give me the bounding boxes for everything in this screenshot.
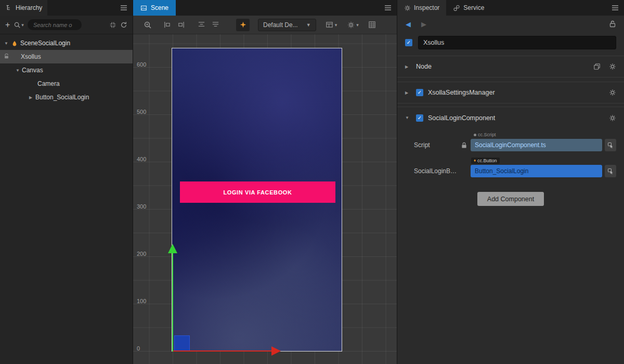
- tree-item-label: Button_SocialLogin: [35, 94, 89, 101]
- scene-tab-label: Scene: [151, 4, 168, 11]
- scene-settings-dropdown[interactable]: ▾: [347, 21, 359, 29]
- history-back-icon[interactable]: ◀: [406, 20, 411, 28]
- tree-item-scene[interactable]: ▼ SceneSocialLogin: [0, 36, 133, 50]
- refresh-icon[interactable]: [120, 21, 127, 29]
- component-name-label: XsollaSettingsManager: [428, 89, 495, 96]
- scene-menu-icon[interactable]: [379, 5, 397, 11]
- collapsed-arrow-icon[interactable]: ▶: [29, 95, 35, 100]
- button-picker-button[interactable]: [605, 165, 616, 177]
- tree-item-label: Camera: [37, 80, 60, 87]
- tree-item-label: Xsollus: [21, 53, 41, 60]
- scene-tabbar: Scene: [133, 0, 397, 16]
- hierarchy-search-box[interactable]: [28, 19, 82, 30]
- tree-item-camera[interactable]: Camera: [0, 77, 133, 90]
- ruler-label: 200: [137, 251, 146, 257]
- ruler-label: 500: [137, 109, 146, 115]
- script-reference-field[interactable]: SocialLoginComponent.ts: [471, 139, 602, 151]
- origin-node-gizmo[interactable]: [174, 335, 190, 351]
- hierarchy-panel: Hierarchy + ▾ ▼ SceneSocialLogin: [0, 0, 133, 364]
- login-facebook-button[interactable]: LOGIN VIA FACEBOOK: [180, 181, 335, 203]
- inspector-gear-icon: [404, 5, 411, 11]
- tree-item-label: Canvas: [22, 67, 43, 74]
- grid-view-icon[interactable]: [368, 21, 376, 29]
- axis-y-gizmo[interactable]: [172, 253, 173, 352]
- search-filter-caret-icon: ▾: [21, 22, 24, 28]
- add-component-button[interactable]: Add Component: [477, 192, 544, 206]
- align-bottom-icon[interactable]: [212, 21, 219, 29]
- collapsed-arrow-icon[interactable]: ▶: [405, 64, 411, 69]
- ruler-label: 600: [137, 61, 146, 68]
- hierarchy-menu-icon[interactable]: [115, 5, 133, 11]
- scene-canvas[interactable]: 600 500 400 300 200 100 0 LOGIN VIA FACE…: [133, 34, 397, 364]
- search-filter-icon[interactable]: ▾: [14, 21, 24, 29]
- inspector-panel: Inspector Service ◀ ▶ ✓ ▶ Node: [397, 0, 624, 364]
- game-viewport[interactable]: LOGIN VIA FACEBOOK: [172, 48, 342, 352]
- component-name-label: SocialLoginComponent: [428, 114, 495, 122]
- hierarchy-tree: ▼ SceneSocialLogin Xsollus ▼ Canvas Came…: [0, 34, 133, 364]
- align-left-icon[interactable]: [163, 21, 171, 29]
- node-active-checkbox[interactable]: ✓: [405, 39, 412, 46]
- script-picker-button[interactable]: [605, 139, 616, 151]
- service-tab-label: Service: [463, 4, 484, 11]
- hierarchy-toolbar: + ▾: [0, 16, 133, 34]
- expand-arrow-icon[interactable]: ▼: [4, 41, 10, 46]
- scene-tab-icon: [140, 5, 147, 11]
- section-node[interactable]: ▶ Node: [397, 56, 624, 77]
- copy-node-icon[interactable]: [593, 63, 601, 70]
- button-type-tag: ♦ cc.Button: [471, 158, 500, 164]
- preview-device-dropdown[interactable]: Default De... ▼: [258, 19, 316, 31]
- tab-scene[interactable]: Scene: [133, 0, 176, 16]
- axis-y-arrowhead-icon[interactable]: [168, 244, 177, 253]
- create-node-icon[interactable]: +: [5, 21, 10, 29]
- inspector-tabbar: Inspector Service: [397, 0, 624, 16]
- tree-item-button-sociallogin[interactable]: ▶ Button_SocialLogin: [0, 90, 133, 104]
- component-gear-icon[interactable]: [609, 89, 616, 96]
- button-reference-field[interactable]: Button_SocialLogin: [471, 165, 602, 177]
- prefab-sync-icon[interactable]: [4, 54, 9, 59]
- align-top-icon[interactable]: [198, 21, 205, 29]
- section-xsolla-settings-manager[interactable]: ▶ ✓ XsollaSettingsManager: [397, 82, 624, 103]
- tab-service[interactable]: Service: [446, 0, 491, 16]
- axis-x-gizmo[interactable]: [173, 350, 272, 352]
- scene-droplet-icon: [11, 40, 18, 47]
- component-enabled-checkbox[interactable]: ✓: [416, 89, 423, 96]
- social-login-component-body: Script cc.Script SocialLoginComponent.ts: [397, 128, 624, 209]
- chevron-down-icon: ▾: [335, 22, 337, 28]
- axis-x-arrowhead-icon[interactable]: [271, 346, 281, 356]
- node-section-label: Node: [416, 63, 432, 70]
- component-enabled-checkbox[interactable]: ✓: [416, 114, 423, 122]
- collapse-all-icon[interactable]: [109, 21, 116, 29]
- inspector-menu-icon[interactable]: [606, 5, 624, 11]
- ruler-label: 0: [137, 345, 140, 352]
- tree-item-xsollus[interactable]: Xsollus: [0, 50, 133, 63]
- view-layout-dropdown[interactable]: ▾: [326, 21, 337, 29]
- expand-arrow-icon[interactable]: ▼: [405, 115, 411, 120]
- node-settings-gear-icon[interactable]: [609, 63, 616, 70]
- tab-inspector[interactable]: Inspector: [397, 0, 446, 16]
- gizmo-toggle-button[interactable]: [236, 19, 250, 31]
- inspector-tab-label: Inspector: [414, 4, 439, 11]
- ruler-label: 300: [137, 203, 146, 210]
- chevron-down-icon: ▼: [306, 22, 311, 28]
- hierarchy-search-input[interactable]: [32, 21, 77, 29]
- scene-panel: Scene Default De... ▼: [133, 0, 397, 364]
- hierarchy-icon: [5, 4, 12, 11]
- zoom-icon[interactable]: [144, 21, 152, 29]
- script-lock-icon: [457, 142, 471, 149]
- tab-hierarchy[interactable]: Hierarchy: [0, 0, 47, 16]
- lock-inspector-icon[interactable]: [609, 20, 616, 28]
- button-property-label: SocialLoginButt...: [405, 167, 457, 175]
- collapsed-arrow-icon[interactable]: ▶: [405, 90, 411, 95]
- script-type-tag: cc.Script: [471, 132, 499, 138]
- expand-arrow-icon[interactable]: ▼: [16, 68, 22, 73]
- login-facebook-label: LOGIN VIA FACEBOOK: [223, 189, 292, 196]
- tree-item-canvas[interactable]: ▼ Canvas: [0, 63, 133, 77]
- script-type-dot-icon: [474, 134, 476, 136]
- node-name-input[interactable]: [418, 36, 616, 49]
- component-gear-icon[interactable]: [609, 114, 616, 122]
- add-component-row: Add Component: [405, 192, 616, 206]
- align-right-icon[interactable]: [177, 21, 185, 29]
- history-forward-icon[interactable]: ▶: [421, 20, 426, 28]
- preview-device-value: Default De...: [263, 21, 298, 29]
- section-social-login-component[interactable]: ▼ ✓ SocialLoginComponent: [397, 107, 624, 128]
